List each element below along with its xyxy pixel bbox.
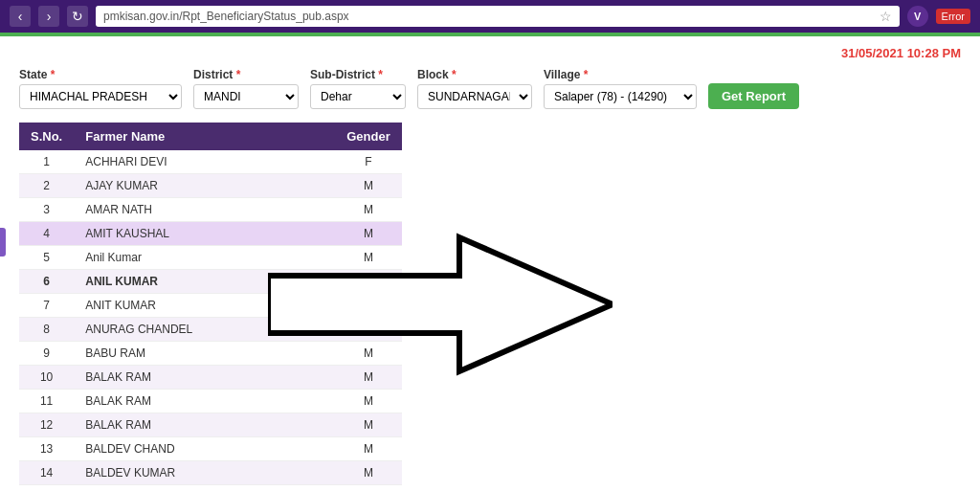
- col-sno: S.No.: [19, 123, 74, 150]
- table-header-row: S.No. Farmer Name Gender: [19, 123, 402, 150]
- cell-farmer-name: ANIT KUMAR: [74, 294, 335, 318]
- error-badge: Error: [936, 9, 970, 24]
- table-row: 5Anil KumarM: [19, 246, 402, 270]
- cell-gender: M: [335, 413, 402, 437]
- cell-farmer-name: BALDEV KUMAR: [74, 461, 335, 485]
- table-row: 12BALAK RAMM: [19, 413, 402, 437]
- get-report-button[interactable]: Get Report: [708, 83, 799, 109]
- cell-farmer-name: ANURAG CHANDEL: [74, 318, 335, 342]
- subdistrict-filter-group: Sub-District * Dehar: [310, 68, 406, 109]
- table-row: 4AMIT KAUSHALM: [19, 222, 402, 246]
- table-row: 11BALAK RAMM: [19, 390, 402, 413]
- datetime-display: 31/05/2021 10:28 PM: [19, 46, 961, 60]
- cell-gender: M: [335, 222, 402, 246]
- subdistrict-label: Sub-District *: [310, 68, 406, 81]
- table-row: 6ANIL KUMARM: [19, 270, 402, 294]
- state-select[interactable]: HIMACHAL PRADESH: [19, 84, 182, 109]
- cell-sno: 13: [19, 437, 74, 461]
- col-gender: Gender: [335, 123, 402, 150]
- cell-farmer-name: BALI RAM: [74, 485, 335, 492]
- user-avatar: V: [907, 6, 928, 27]
- state-label: State *: [19, 68, 182, 81]
- cell-sno: 9: [19, 342, 74, 366]
- state-filter-group: State * HIMACHAL PRADESH: [19, 68, 182, 109]
- cell-gender: M: [335, 437, 402, 461]
- cell-sno: 8: [19, 318, 74, 342]
- district-label: District *: [193, 68, 299, 81]
- cell-farmer-name: BABU RAM: [74, 342, 335, 366]
- cell-gender: M: [335, 270, 402, 294]
- nav-back-button[interactable]: ‹: [10, 6, 31, 27]
- cell-gender: M: [335, 246, 402, 270]
- browser-toolbar: ‹ › ↻ pmkisan.gov.in/Rpt_BeneficiaryStat…: [0, 0, 980, 33]
- cell-farmer-name: BALDEV CHAND: [74, 437, 335, 461]
- bookmark-icon[interactable]: ☆: [880, 9, 892, 24]
- table-row: 10BALAK RAMM: [19, 366, 402, 390]
- subdistrict-select[interactable]: Dehar: [310, 84, 406, 109]
- table-wrapper: S.No. Farmer Name Gender 1ACHHARI DEVIF2…: [19, 123, 402, 491]
- table-row: 13BALDEV CHANDM: [19, 437, 402, 461]
- cell-sno: 15: [19, 485, 74, 492]
- cell-gender: M: [335, 342, 402, 366]
- cell-sno: 10: [19, 366, 74, 390]
- village-filter-group: Village * Salaper (78) - (14290): [544, 68, 697, 109]
- cell-sno: 11: [19, 390, 74, 413]
- cell-sno: 14: [19, 461, 74, 485]
- cell-farmer-name: BALAK RAM: [74, 390, 335, 413]
- village-label: Village *: [544, 68, 697, 81]
- block-label: Block *: [417, 68, 532, 81]
- block-filter-group: Block * SUNDARNAGAR: [417, 68, 532, 109]
- cell-farmer-name: AMIT KAUSHAL: [74, 222, 335, 246]
- cell-farmer-name: ANIL KUMAR: [74, 270, 335, 294]
- cell-sno: 4: [19, 222, 74, 246]
- main-content: 31/05/2021 10:28 PM State * HIMACHAL PRA…: [0, 36, 980, 491]
- cell-sno: 2: [19, 174, 74, 198]
- url-text: pmkisan.gov.in/Rpt_BeneficiaryStatus_pub…: [103, 10, 349, 23]
- cell-sno: 7: [19, 294, 74, 318]
- cell-farmer-name: BALAK RAM: [74, 366, 335, 390]
- table-row: 2AJAY KUMARM: [19, 174, 402, 198]
- filter-row: State * HIMACHAL PRADESH District * MAND…: [19, 68, 961, 109]
- cell-gender: M: [335, 461, 402, 485]
- cell-gender: M: [335, 390, 402, 413]
- cell-sno: 1: [19, 150, 74, 174]
- village-select[interactable]: Salaper (78) - (14290): [544, 84, 697, 109]
- cell-sno: 5: [19, 246, 74, 270]
- cell-farmer-name: BALAK RAM: [74, 413, 335, 437]
- cell-sno: 6: [19, 270, 74, 294]
- cell-gender: M: [335, 174, 402, 198]
- cell-gender: M: [335, 198, 402, 222]
- table-row: 15BALI RAMM: [19, 485, 402, 492]
- cell-farmer-name: AJAY KUMAR: [74, 174, 335, 198]
- district-select[interactable]: MANDI: [193, 84, 299, 109]
- col-farmer: Farmer Name: [74, 123, 335, 150]
- cell-gender: M: [335, 294, 402, 318]
- table-row: 1ACHHARI DEVIF: [19, 150, 402, 174]
- cell-farmer-name: Anil Kumar: [74, 246, 335, 270]
- district-filter-group: District * MANDI: [193, 68, 299, 109]
- table-row: 7ANIT KUMARM: [19, 294, 402, 318]
- address-bar[interactable]: pmkisan.gov.in/Rpt_BeneficiaryStatus_pub…: [96, 6, 900, 27]
- cell-gender: F: [335, 150, 402, 174]
- table-row: 9BABU RAMM: [19, 342, 402, 366]
- cell-farmer-name: AMAR NATH: [74, 198, 335, 222]
- cell-gender: M: [335, 318, 402, 342]
- cell-sno: 3: [19, 198, 74, 222]
- cell-gender: M: [335, 485, 402, 492]
- table-row: 14BALDEV KUMARM: [19, 461, 402, 485]
- nav-forward-button[interactable]: ›: [38, 6, 59, 27]
- nav-reload-button[interactable]: ↻: [67, 6, 88, 27]
- table-row: 8ANURAG CHANDELM: [19, 318, 402, 342]
- cell-gender: M: [335, 366, 402, 390]
- cell-sno: 12: [19, 413, 74, 437]
- table-row: 3AMAR NATHM: [19, 198, 402, 222]
- block-select[interactable]: SUNDARNAGAR: [417, 84, 532, 109]
- cell-farmer-name: ACHHARI DEVI: [74, 150, 335, 174]
- beneficiary-table: S.No. Farmer Name Gender 1ACHHARI DEVIF2…: [19, 123, 402, 491]
- sidebar-accent: [0, 228, 6, 257]
